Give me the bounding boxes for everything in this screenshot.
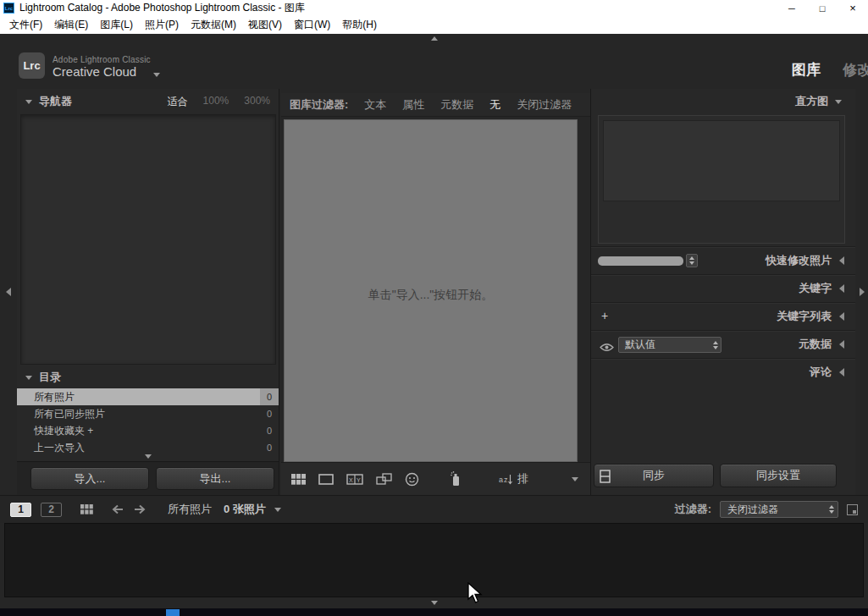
filter-lock-icon[interactable] bbox=[847, 504, 858, 515]
filter-option-metadata[interactable]: 元数据 bbox=[440, 97, 473, 113]
painter-spray-icon[interactable] bbox=[451, 471, 461, 487]
lightroom-window: Lrc Lightroom Catalog - Adobe Photoshop … bbox=[0, 0, 868, 616]
comments-section[interactable]: 评论 bbox=[591, 358, 855, 386]
module-library[interactable]: 图库 bbox=[792, 60, 821, 80]
identity-dropdown-icon[interactable] bbox=[153, 73, 160, 77]
minimize-button[interactable]: ─ bbox=[777, 0, 807, 16]
import-button[interactable]: 导入... bbox=[30, 467, 149, 490]
navigator-zoom-options: 适合 100% 300% bbox=[168, 95, 270, 109]
left-panel-bottom-collapse-icon[interactable] bbox=[145, 454, 152, 459]
grid-view-area[interactable]: 单击"导入..."按钮开始。 bbox=[284, 119, 578, 462]
filmstrip-toolbar: 1 2 所有照片 0 张照片 过滤器: 关闭过滤器 bbox=[0, 495, 868, 523]
back-arrow-icon[interactable] bbox=[112, 504, 124, 514]
menu-item-window[interactable]: 窗口(W) bbox=[288, 18, 336, 32]
zoom-option-fit[interactable]: 适合 bbox=[168, 95, 188, 109]
filmstrip-area[interactable] bbox=[4, 523, 864, 597]
menu-item-edit[interactable]: 编辑(E) bbox=[48, 18, 94, 32]
quick-develop-section[interactable]: 快速修改照片 bbox=[591, 246, 855, 274]
metadata-preset-stepper[interactable] bbox=[713, 341, 718, 349]
menu-item-photo[interactable]: 照片(P) bbox=[139, 18, 185, 32]
catalog-header[interactable]: 目录 bbox=[17, 366, 279, 388]
filmstrip-filter-value: 关闭过滤器 bbox=[727, 503, 778, 517]
center-area: 图库过滤器: 文本 属性 元数据 无 关闭过滤器 单击"导入..."按钮开始。 … bbox=[280, 89, 590, 495]
catalog-item-label: 所有照片 bbox=[34, 390, 75, 404]
keywording-collapse-icon[interactable] bbox=[839, 284, 844, 293]
keyword-list-section[interactable]: + 关键字列表 bbox=[591, 302, 855, 330]
sync-button[interactable]: 同步 bbox=[594, 464, 714, 487]
sync-button-label: 同步 bbox=[643, 468, 665, 483]
quick-develop-slider[interactable] bbox=[598, 256, 683, 266]
stepper-down-icon[interactable] bbox=[713, 346, 718, 349]
menu-item-view[interactable]: 视图(V) bbox=[242, 18, 288, 32]
histogram-header[interactable]: 直方图 bbox=[591, 89, 855, 114]
metadata-collapse-icon[interactable] bbox=[839, 340, 844, 349]
menu-item-help[interactable]: 帮助(H) bbox=[336, 18, 383, 32]
catalog-item-all-photos[interactable]: 所有照片 0 bbox=[17, 388, 279, 405]
sync-settings-button[interactable]: 同步设置 bbox=[720, 464, 837, 487]
catalog-item-all-synced-photos[interactable]: 所有已同步照片 0 bbox=[17, 405, 279, 422]
zoom-option-100[interactable]: 100% bbox=[203, 95, 229, 109]
collapse-left-panel-icon[interactable] bbox=[6, 288, 11, 296]
stepper-up-icon[interactable] bbox=[713, 341, 718, 344]
stepper-down-icon[interactable] bbox=[829, 510, 834, 514]
stepper-up-icon[interactable] bbox=[829, 505, 834, 509]
library-toolbar: XY az 排 bbox=[281, 462, 590, 495]
filmstrip-filter-dropdown[interactable]: 关闭过滤器 bbox=[720, 501, 838, 518]
metadata-section[interactable]: 默认值 元数据 bbox=[591, 330, 855, 358]
people-view-icon[interactable] bbox=[405, 472, 419, 487]
top-panel-collapse-icon[interactable] bbox=[431, 36, 438, 41]
add-keyword-icon[interactable]: + bbox=[601, 310, 608, 322]
stepper-up-icon[interactable] bbox=[689, 256, 694, 260]
quick-develop-stepper[interactable] bbox=[686, 254, 698, 267]
navigator-header[interactable]: 导航器 适合 100% 300% bbox=[17, 89, 279, 114]
bottom-panel-collapse-icon[interactable] bbox=[431, 601, 438, 605]
catalog-expand-icon[interactable] bbox=[25, 376, 32, 380]
keywording-title: 关键字 bbox=[799, 281, 832, 296]
stepper-down-icon[interactable] bbox=[689, 261, 694, 265]
catalog-item-previous-import[interactable]: 上一次导入 0 bbox=[17, 439, 279, 456]
grid-view-icon[interactable] bbox=[291, 474, 306, 485]
catalog-item-quick-collection[interactable]: 快捷收藏夹 + 0 bbox=[17, 422, 279, 439]
lightroom-app-icon: Lrc bbox=[3, 3, 14, 14]
lrc-logo: Lrc bbox=[19, 52, 45, 79]
filter-option-text[interactable]: 文本 bbox=[364, 97, 386, 113]
keywording-section[interactable]: 关键字 bbox=[591, 274, 855, 302]
export-button[interactable]: 导出... bbox=[156, 467, 274, 490]
sort-direction-control[interactable]: az 排 bbox=[499, 471, 528, 487]
filter-option-off[interactable]: 关闭过滤器 bbox=[517, 97, 572, 113]
maximize-button[interactable]: □ bbox=[807, 0, 838, 16]
second-window-button[interactable]: 2 bbox=[41, 503, 62, 517]
right-panel-edge[interactable] bbox=[855, 89, 868, 495]
filmstrip-filter-stepper[interactable] bbox=[829, 505, 834, 514]
survey-view-icon[interactable] bbox=[376, 473, 392, 485]
filmstrip-source-label[interactable]: 所有照片 bbox=[168, 502, 212, 517]
main-window-button[interactable]: 1 bbox=[10, 503, 31, 517]
left-panel-edge[interactable] bbox=[0, 89, 17, 495]
keyword-list-collapse-icon[interactable] bbox=[839, 312, 844, 321]
metadata-preset-dropdown[interactable]: 默认值 bbox=[618, 337, 721, 353]
menu-item-file[interactable]: 文件(F) bbox=[3, 18, 48, 32]
menu-item-library[interactable]: 图库(L) bbox=[94, 18, 139, 32]
filter-option-attribute[interactable]: 属性 bbox=[402, 97, 424, 113]
menu-item-metadata[interactable]: 元数据(M) bbox=[185, 18, 242, 32]
quick-develop-collapse-icon[interactable] bbox=[839, 256, 844, 265]
filmstrip-source-dropdown-icon[interactable] bbox=[274, 508, 281, 512]
toolbar-options-icon[interactable] bbox=[572, 477, 578, 481]
forward-arrow-icon[interactable] bbox=[134, 504, 146, 514]
metadata-preset-value: 默认值 bbox=[625, 338, 655, 352]
close-button[interactable]: × bbox=[838, 0, 868, 16]
comments-collapse-icon[interactable] bbox=[839, 368, 844, 377]
filter-option-none[interactable]: 无 bbox=[489, 97, 500, 113]
collapse-right-panel-icon[interactable] bbox=[860, 288, 865, 296]
bottom-panel-strip[interactable] bbox=[0, 597, 868, 608]
loupe-view-icon[interactable] bbox=[318, 474, 334, 485]
module-develop[interactable]: 修改 bbox=[843, 60, 868, 80]
histogram-expand-icon[interactable] bbox=[835, 100, 842, 104]
mouse-cursor bbox=[467, 582, 483, 608]
go-to-grid-icon[interactable] bbox=[80, 504, 93, 514]
histogram-plot bbox=[603, 120, 840, 201]
zoom-option-300[interactable]: 300% bbox=[244, 95, 270, 109]
eye-icon[interactable] bbox=[600, 340, 614, 355]
navigator-expand-icon[interactable] bbox=[25, 100, 32, 104]
compare-view-icon[interactable]: XY bbox=[346, 474, 363, 485]
